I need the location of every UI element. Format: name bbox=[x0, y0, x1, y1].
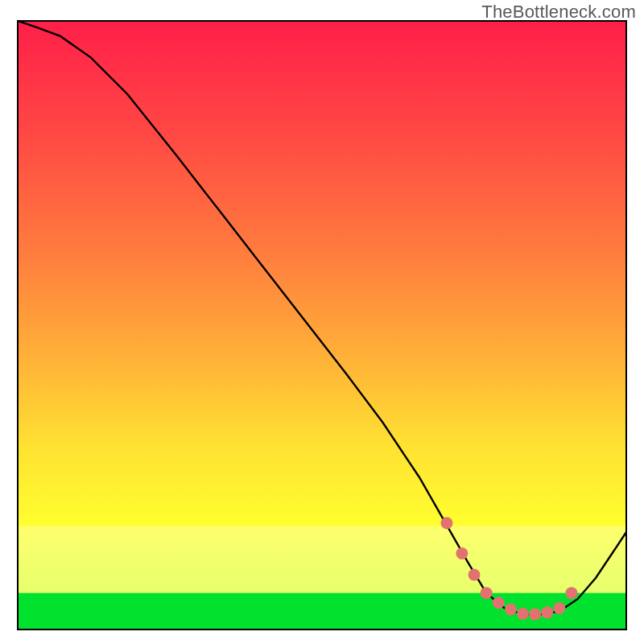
marker-dot bbox=[517, 608, 529, 620]
marker-dot bbox=[505, 604, 517, 616]
marker-dot bbox=[481, 587, 493, 599]
plot-area bbox=[18, 21, 626, 630]
marker-dot bbox=[565, 587, 577, 599]
marker-dot bbox=[529, 609, 541, 621]
marker-dot bbox=[541, 606, 553, 618]
marker-dot bbox=[456, 547, 468, 559]
marker-dot bbox=[553, 602, 565, 614]
bottleneck-chart bbox=[0, 0, 644, 644]
marker-dot bbox=[493, 597, 505, 609]
marker-dot bbox=[469, 568, 481, 580]
marker-dot bbox=[440, 517, 452, 529]
